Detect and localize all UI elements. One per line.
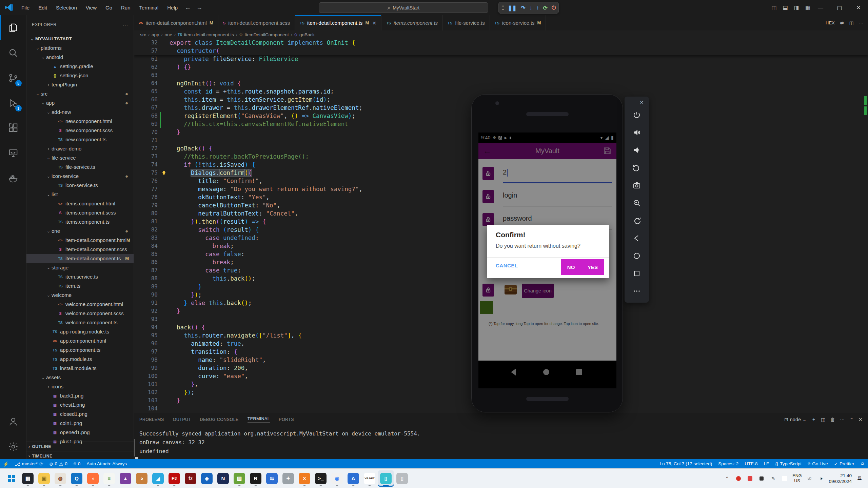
status-notifications[interactable]: 🕭	[857, 461, 868, 466]
tree-item-app-routing-module-ts[interactable]: TSapp-routing.module.ts	[26, 327, 134, 336]
close-button[interactable]: ✕	[849, 0, 868, 15]
tab-icon-service-ts[interactable]: TSicon-service.tsM	[490, 15, 546, 30]
white-box-tray-icon[interactable]	[781, 475, 788, 482]
taskbar-r-studio[interactable]: R	[248, 470, 263, 487]
pause-icon[interactable]: ❚❚	[508, 5, 517, 11]
cast-icon[interactable]: ⎚	[806, 475, 813, 482]
taskbar-browser-round[interactable]: ◍	[53, 470, 68, 487]
status-git-branch[interactable]: ⎇master*⟳	[12, 459, 46, 468]
overview-icon[interactable]	[625, 265, 649, 282]
emulator-close-button[interactable]: ✕	[640, 100, 644, 105]
activity-source-control[interactable]: 5	[0, 65, 26, 90]
menu-file[interactable]: File	[17, 0, 34, 15]
status-go-live[interactable]: ⌾Go Live	[805, 461, 831, 467]
toggle-sidebar-icon[interactable]: ◫	[772, 4, 777, 11]
tree-item-icon-service[interactable]: ⌄icon-service●	[26, 171, 134, 181]
activity-extensions[interactable]	[0, 116, 26, 141]
tree-item-list[interactable]: ⌄list	[26, 190, 134, 199]
rotate-left-icon[interactable]	[625, 159, 649, 177]
more-actions-icon[interactable]: ⋯	[122, 22, 128, 28]
tree-item-welcome-component-html[interactable]: <>welcome.component.html	[26, 300, 134, 309]
toggle-secondary-sidebar-icon[interactable]: ◨	[794, 4, 799, 11]
status-eol[interactable]: LF	[761, 461, 772, 466]
tree-item-items-component-scss[interactable]: Sitems.component.scss	[26, 208, 134, 217]
tree-item-item-detail-component-html[interactable]: <>item-detail.component.htmlM	[26, 236, 134, 245]
taskbar-vscode[interactable]: ◢	[150, 470, 166, 487]
status-indentation[interactable]: Spaces: 2	[715, 461, 742, 466]
tree-item-app-module-ts[interactable]: TSapp.module.ts	[26, 354, 134, 364]
tree-item-settings-gradle[interactable]: ▲settings.gradle	[26, 62, 134, 71]
taskbar-notes[interactable]: ≡	[101, 470, 117, 487]
tree-item-new-component-ts[interactable]: TSnew.component.ts	[26, 135, 134, 144]
tree-item-items-component-html[interactable]: <>items.component.html	[26, 199, 134, 208]
split-terminal-icon[interactable]: ◫	[821, 417, 826, 422]
emulator-minimize-button[interactable]: —	[630, 100, 634, 105]
tree-item-item-service-ts[interactable]: TSitem.service.ts	[26, 272, 134, 281]
stylus-tray-icon[interactable]: ✎	[769, 475, 777, 482]
activity-account[interactable]	[0, 409, 26, 434]
status-ports[interactable]: ⌾0	[71, 459, 84, 468]
taskbar-media-blue[interactable]: Q	[69, 470, 84, 487]
menu-selection[interactable]: Selection	[52, 0, 81, 15]
tab-items-component-ts[interactable]: TSitems.component.ts	[381, 15, 443, 30]
tree-item-back1-png[interactable]: ▨back1.png	[26, 391, 134, 400]
tree-item-assets[interactable]: ⌄assets	[26, 373, 134, 382]
taskbar-file-explorer-dark[interactable]: ▦	[20, 470, 36, 487]
drag-handle-icon[interactable]: ⁚⁚	[501, 5, 504, 11]
new-terminal-icon[interactable]: ＋	[811, 416, 816, 423]
taskbar-android-emulator-2[interactable]: ▯	[394, 470, 410, 487]
step-into-icon[interactable]: ↓	[529, 5, 532, 11]
status-prettier[interactable]: ✓Prettier	[831, 461, 857, 467]
panel-tab-output[interactable]: OUTPUT	[173, 417, 191, 422]
taskbar-folder[interactable]: ▣	[36, 470, 52, 487]
cancel-button[interactable]: CANCEL	[496, 263, 518, 268]
tree-item-items-component-ts[interactable]: TSitems.component.ts	[26, 217, 134, 226]
toggle-render-icon[interactable]: ⇄	[840, 20, 844, 25]
history-forward-icon[interactable]: →	[194, 4, 205, 11]
menu-terminal[interactable]: Terminal	[135, 0, 163, 15]
status-remote-indicator[interactable]: ⚡	[0, 459, 12, 468]
breadcrumb-item[interactable]: item-detail.component.ts	[184, 32, 234, 37]
menu-view[interactable]: View	[81, 0, 101, 15]
activity-explorer[interactable]	[0, 15, 26, 40]
tree-item-file-service[interactable]: ⌄file-service	[26, 153, 134, 162]
history-back-icon[interactable]: ←	[182, 4, 194, 11]
notification-bell-icon[interactable]: 🗳	[856, 475, 863, 482]
tree-item-chest1-png[interactable]: ▨chest1.png	[26, 400, 134, 409]
taskbar-gimp[interactable]: ◕	[134, 470, 150, 487]
disconnect-icon[interactable]: ⏻	[552, 5, 556, 11]
panel-tab-ports[interactable]: PORTS	[279, 417, 294, 422]
tree-item-install-module-ts[interactable]: TSinstall.module.ts	[26, 364, 134, 373]
kill-terminal-icon[interactable]: 🗑	[830, 417, 835, 422]
breadcrumb-item[interactable]: goBack	[299, 32, 315, 37]
tray-expand-icon[interactable]: ⌃	[723, 475, 731, 482]
taskbar-terminal-app[interactable]: >_	[313, 470, 329, 487]
taskbar-start[interactable]	[4, 470, 19, 487]
zoom-icon[interactable]	[625, 194, 649, 212]
tab-item-detail-component-html[interactable]: <>item-detail.component.htmlM	[134, 15, 218, 30]
panel-tab-problems[interactable]: PROBLEMS	[139, 417, 164, 422]
more-icon[interactable]	[625, 282, 649, 300]
tree-item-app-component-ts[interactable]: TSapp.component.ts	[26, 345, 134, 354]
language-indicator[interactable]: ENGUS	[792, 473, 802, 484]
speaker-icon[interactable]: 🕩	[817, 475, 825, 482]
taskbar-chrome[interactable]: ◉	[329, 470, 345, 487]
taskbar-drive-shield[interactable]: ◈	[199, 470, 215, 487]
split-editor-icon[interactable]: ◫	[849, 20, 853, 25]
customize-layout-icon[interactable]: ▦	[805, 4, 810, 11]
tree-item-settings-json[interactable]: {}settings.json	[26, 71, 134, 80]
shell-selector[interactable]: ⊡ node ⌄	[784, 417, 807, 422]
taskbar-firefox[interactable]: ◖	[85, 470, 101, 487]
red-square-tray-icon[interactable]	[746, 475, 754, 482]
step-out-icon[interactable]: ↑	[536, 5, 539, 11]
status-auto-attach[interactable]: Auto Attach: Always	[83, 459, 130, 468]
tree-item-welcome-component-ts[interactable]: TSwelcome.component.ts	[26, 318, 134, 327]
menu-go[interactable]: Go	[101, 0, 117, 15]
minimize-button[interactable]: —	[811, 0, 830, 15]
hex-editor-action[interactable]: HEX	[826, 20, 835, 25]
maximize-button[interactable]: ▢	[830, 0, 849, 15]
tree-item-src[interactable]: ⌄src●	[26, 89, 134, 98]
taskbar-android-emulator[interactable]: ▯	[378, 470, 394, 487]
power-icon[interactable]	[625, 106, 649, 124]
taskbar-editor-dark[interactable]: N	[215, 470, 231, 487]
